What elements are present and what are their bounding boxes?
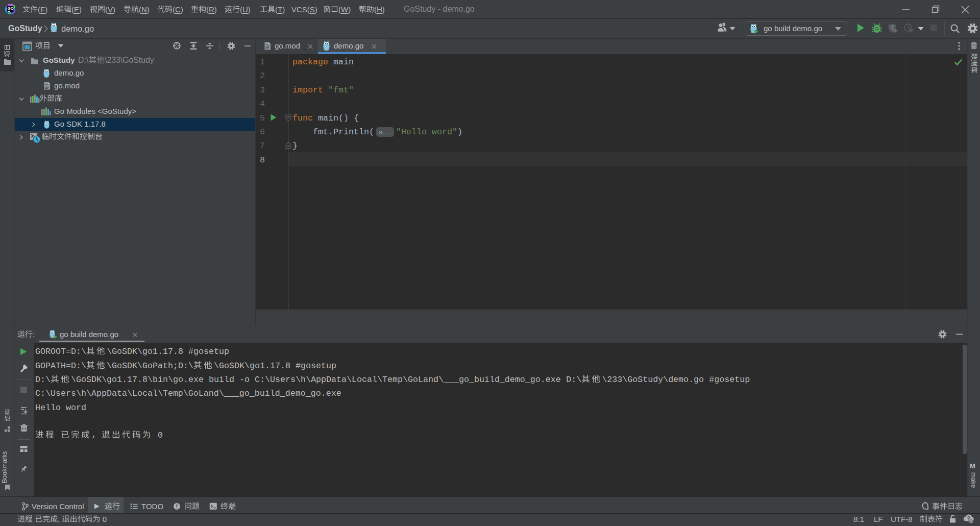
svg-text:demo.go: demo.go [793,24,822,33]
svg-text:(U): (U) [240,5,251,14]
svg-text:GOROOT=D:\: GOROOT=D:\ [35,347,86,356]
svg-text:demo.go: demo.go [54,68,84,77]
svg-text:}: } [292,141,298,151]
svg-text:build: build [774,24,791,33]
svg-text:D:\: D:\ [78,56,89,64]
svg-text:(F): (F) [38,5,47,14]
svg-text:#gosetup: #gosetup [709,375,750,385]
svg-text:(V): (V) [105,5,115,14]
svg-text:<GoStudy>: <GoStudy> [97,107,136,115]
svg-text:…:: …: [382,128,391,136]
svg-text:8:1: 8:1 [853,515,864,523]
svg-text:go: go [60,330,68,339]
svg-text:(E): (E) [71,5,82,14]
svg-text:UTF-8: UTF-8 [891,515,913,523]
svg-text:main(): main() [318,113,349,123]
svg-text:1.17.8: 1.17.8 [84,119,106,128]
svg-text:VCS: VCS [291,5,307,14]
svg-text:,: , [58,515,60,523]
svg-text:import: import [292,85,323,95]
svg-text:"fmt": "fmt" [328,85,354,95]
svg-text:Version: Version [32,502,57,511]
svg-text:GoStudy: GoStudy [43,56,75,64]
svg-text:D:\: D:\ [566,375,581,385]
svg-text:3: 3 [260,85,265,95]
svg-text:Modules: Modules [66,107,95,115]
svg-text:func: func [292,113,313,123]
svg-text:demo.go: demo.go [89,330,118,339]
svg-text:7: 7 [260,141,265,151]
svg-text:go.mod: go.mod [275,41,300,50]
svg-text:(R): (R) [206,5,217,14]
svg-text:go: go [764,24,772,33]
svg-text:#gosetup: #gosetup [296,361,336,371]
svg-text:\233\GoStudy\demo.go: \233\GoStudy\demo.go [602,375,704,385]
svg-text:(T): (T) [275,5,285,14]
svg-text:word: word [66,403,86,413]
svg-text:4: 4 [260,99,265,109]
svg-text::: : [33,330,35,339]
svg-text:0: 0 [158,431,163,440]
svg-text:5: 5 [260,113,265,123]
svg-text:C:\Users\h\AppData\Local\Temp\: C:\Users\h\AppData\Local\Temp\GoLand\___… [255,375,561,385]
svg-text:D:\: D:\ [35,375,51,385]
svg-text:Go: Go [54,107,64,115]
svg-text:build: build [70,330,87,339]
svg-text:(N): (N) [139,5,150,14]
svg-text:\GoSDK\GoPath;D:\: \GoSDK\GoPath;D:\ [107,361,193,371]
svg-text:main: main [333,57,354,67]
svg-text:package: package [292,57,328,67]
svg-text:SDK: SDK [66,119,82,128]
svg-text:1: 1 [260,57,265,67]
svg-text:\GoSDK\go1.17.8: \GoSDK\go1.17.8 [107,347,183,356]
svg-text:6: 6 [260,127,265,137]
svg-text:demo.go: demo.go [61,24,94,33]
svg-text:GO: GO [8,6,14,11]
svg-text:(S): (S) [307,5,317,14]
svg-text:\233\GoStudy: \233\GoStudy [105,56,154,64]
svg-text:word": word" [432,127,457,137]
svg-text:): ) [457,127,462,137]
svg-text:build: build [209,375,234,385]
svg-text:\GoSDK\go1.17.8: \GoSDK\go1.17.8 [214,361,290,371]
svg-text:0: 0 [103,515,107,523]
svg-text:(W): (W) [338,5,351,14]
svg-text:#gosetup: #gosetup [188,347,229,356]
svg-text:C:\Users\h\AppData\Local\Temp\: C:\Users\h\AppData\Local\Temp\GoLand\___… [35,389,341,398]
svg-text:{: { [354,113,359,123]
svg-text:2: 2 [260,71,265,81]
svg-text:\GoSDK\go1.17.8\bin\go.exe: \GoSDK\go1.17.8\bin\go.exe [71,375,204,385]
svg-text:(C): (C) [173,5,183,14]
svg-text:GoStudy: GoStudy [8,24,42,33]
svg-text:fmt.Println(: fmt.Println( [313,127,374,137]
svg-text:-o: -o [239,375,250,385]
svg-text:8: 8 [260,155,265,165]
svg-text:go.mod: go.mod [54,81,80,90]
svg-text:TODO: TODO [141,502,163,511]
svg-text:LF: LF [874,515,883,523]
svg-text:Go: Go [54,119,64,128]
svg-text:GOPATH=D:\: GOPATH=D:\ [35,361,86,371]
svg-text:Hello: Hello [35,403,61,413]
svg-text:Control: Control [59,502,84,511]
svg-text:"Hello: "Hello [396,127,427,137]
svg-text:demo.go: demo.go [334,41,363,50]
svg-text:(H): (H) [374,5,385,14]
